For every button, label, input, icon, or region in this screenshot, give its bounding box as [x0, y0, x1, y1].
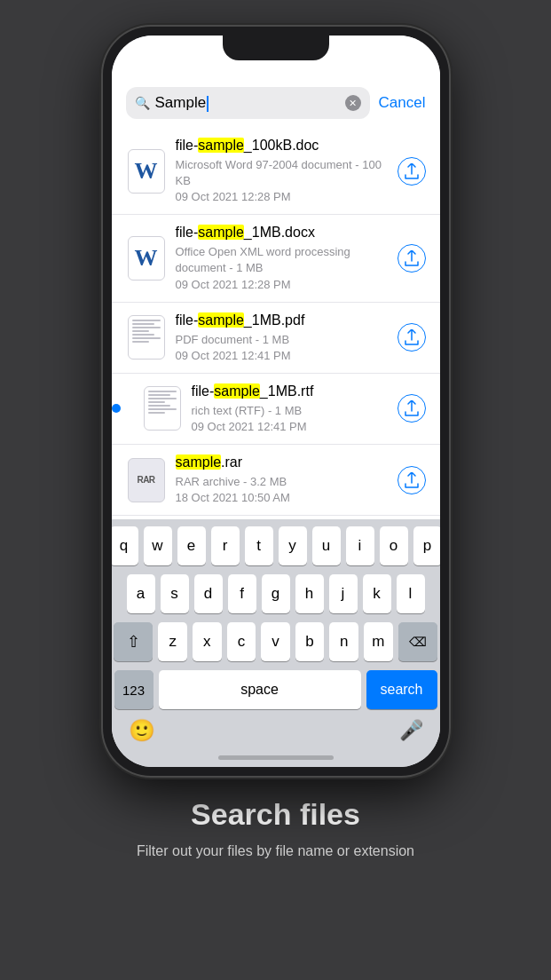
key-k[interactable]: k: [363, 574, 391, 613]
key-o[interactable]: o: [380, 526, 408, 565]
key-v[interactable]: v: [261, 622, 290, 661]
file-name: file-sample_1MB.docx: [176, 224, 390, 242]
file-info: sample.rar RAR archive - 3.2 MB18 Oct 20…: [176, 454, 390, 506]
bottom-text: Search files Filter out your files by fi…: [119, 797, 432, 862]
list-item[interactable]: RAR sample.rar RAR archive - 3.2 MB18 Oc…: [112, 445, 440, 516]
key-e[interactable]: e: [177, 526, 206, 565]
key-w[interactable]: w: [144, 526, 172, 565]
key-g[interactable]: g: [262, 574, 290, 613]
file-name: file-sample_100kB.doc: [176, 137, 390, 155]
mic-key[interactable]: 🎤: [399, 719, 423, 742]
search-bar[interactable]: 🔍 Sample ✕: [126, 87, 370, 119]
key-f[interactable]: f: [228, 574, 256, 613]
page-subtitle: Filter out your files by file name or ex…: [137, 841, 414, 862]
share-button[interactable]: [398, 244, 426, 273]
list-item[interactable]: file-sample_1MB.pdf PDF document - 1 MB0…: [112, 303, 440, 374]
word-icon: W: [128, 149, 165, 194]
keyboard-row-1: q w e r t y u i o p: [114, 526, 437, 565]
word-icon: W: [128, 236, 165, 281]
share-button[interactable]: [398, 394, 426, 423]
key-p[interactable]: p: [413, 526, 440, 565]
share-button[interactable]: [398, 323, 426, 352]
file-list: W file-sample_100kB.doc Microsoft Word 9…: [112, 128, 440, 519]
key-c[interactable]: c: [227, 622, 256, 661]
file-info: file-sample_100kB.doc Microsoft Word 97-…: [176, 137, 390, 205]
file-icon-rtf: [142, 383, 183, 433]
file-meta: PDF document - 1 MB09 Oct 2021 12:41 PM: [176, 332, 390, 364]
file-info: file-sample_1MB.docx Office Open XML wor…: [176, 224, 390, 292]
share-button[interactable]: [398, 466, 426, 494]
notch: [223, 36, 329, 60]
file-info: file-sample_1MB.rtf rich text (RTF) - 1 …: [192, 383, 390, 435]
key-t[interactable]: t: [245, 526, 273, 565]
key-y[interactable]: y: [279, 526, 307, 565]
key-z[interactable]: z: [158, 622, 187, 661]
num-key[interactable]: 123: [114, 670, 153, 709]
search-icon: 🔍: [135, 96, 150, 110]
key-u[interactable]: u: [312, 526, 341, 565]
space-key[interactable]: space: [159, 670, 361, 709]
file-name: file-sample_1MB.pdf: [176, 312, 390, 330]
phone-shell: 🔍 Sample ✕ Cancel W file-sample_100kB.do…: [103, 27, 449, 776]
key-h[interactable]: h: [295, 574, 324, 613]
share-button[interactable]: [398, 157, 426, 186]
file-meta: Microsoft Word 97-2004 document - 100 KB…: [176, 157, 390, 206]
key-m[interactable]: m: [364, 622, 393, 661]
list-item[interactable]: W file-sample_100kB.doc Microsoft Word 9…: [112, 128, 440, 215]
keyboard: q w e r t y u i o p a s d f g h j k: [112, 519, 440, 767]
delete-key[interactable]: ⌫: [398, 622, 437, 661]
emoji-mic-row: 🙂 🎤: [114, 713, 437, 750]
key-x[interactable]: x: [193, 622, 222, 661]
search-key[interactable]: search: [366, 670, 437, 709]
keyboard-row-3: ⇧ z x c v b n m ⌫: [114, 622, 437, 661]
file-info: file-sample_1MB.pdf PDF document - 1 MB0…: [176, 312, 390, 364]
new-badge: [112, 404, 121, 413]
search-bar-container: 🔍 Sample ✕ Cancel: [112, 80, 440, 128]
key-b[interactable]: b: [295, 622, 325, 661]
key-q[interactable]: q: [112, 526, 138, 565]
key-l[interactable]: l: [397, 574, 425, 613]
file-icon-docx: W: [126, 233, 167, 283]
key-n[interactable]: n: [329, 622, 358, 661]
file-meta: Office Open XML word processing document…: [176, 244, 390, 293]
home-indicator: [218, 755, 334, 760]
clear-button[interactable]: ✕: [345, 95, 361, 111]
file-icon-rar: RAR: [126, 455, 167, 505]
key-s[interactable]: s: [161, 574, 189, 613]
rar-icon: RAR: [128, 458, 165, 502]
file-name: sample.rar: [176, 454, 390, 472]
key-r[interactable]: r: [211, 526, 240, 565]
file-meta: RAR archive - 3.2 MB18 Oct 2021 10:50 AM: [176, 474, 390, 506]
key-a[interactable]: a: [127, 574, 155, 613]
file-name: file-sample_1MB.rtf: [192, 383, 390, 401]
phone-screen: 🔍 Sample ✕ Cancel W file-sample_100kB.do…: [112, 36, 440, 767]
keyboard-row-2: a s d f g h j k l: [114, 574, 437, 613]
list-item[interactable]: file-sample_1MB.rtf rich text (RTF) - 1 …: [112, 374, 440, 445]
key-d[interactable]: d: [194, 574, 223, 613]
file-meta: rich text (RTF) - 1 MB09 Oct 2021 12:41 …: [192, 403, 390, 435]
shift-key[interactable]: ⇧: [114, 622, 153, 661]
file-icon-pdf: [126, 312, 167, 362]
page-title: Search files: [137, 797, 414, 832]
emoji-key[interactable]: 🙂: [129, 718, 155, 743]
keyboard-bottom-row: 123 space search: [114, 670, 437, 709]
key-i[interactable]: i: [346, 526, 374, 565]
list-item[interactable]: W file-sample_1MB.docx Office Open XML w…: [112, 215, 440, 302]
key-j[interactable]: j: [329, 574, 358, 613]
rtf-icon: [144, 386, 181, 431]
cancel-button[interactable]: Cancel: [379, 94, 426, 112]
pdf-icon: [128, 315, 165, 360]
search-input[interactable]: Sample: [155, 94, 340, 112]
file-icon-doc: W: [126, 146, 167, 196]
